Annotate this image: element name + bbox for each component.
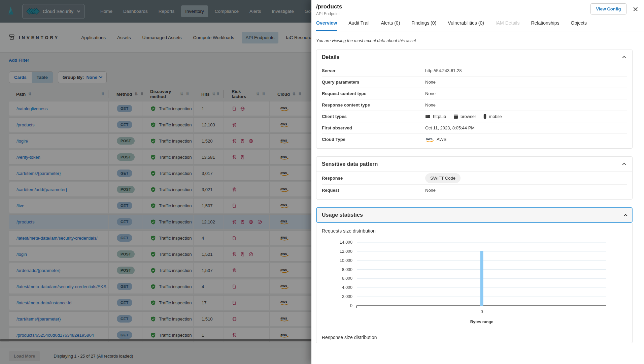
nav-item-dashboards[interactable]: Dashboards	[119, 5, 152, 17]
fingerprint-icon[interactable]	[232, 333, 237, 338]
drag-handle-icon[interactable]: ⠿	[101, 92, 104, 96]
drag-handle-icon[interactable]: ⠿	[216, 92, 219, 96]
fingerprint-icon[interactable]	[232, 268, 237, 273]
tab-objects[interactable]: Objects	[571, 20, 587, 31]
sensitive-data-icon[interactable]	[240, 252, 245, 257]
close-icon[interactable]: ×	[633, 5, 639, 13]
fingerprint-icon[interactable]	[232, 139, 237, 144]
path-link[interactable]: /order/add/{parameter}	[16, 268, 61, 273]
fingerprint-icon[interactable]	[232, 252, 237, 257]
sensitive-data-icon[interactable]	[240, 155, 245, 160]
shield-check-icon	[150, 138, 156, 144]
nav-item-alerts[interactable]: Alerts	[245, 5, 265, 17]
sensitive-data-icon[interactable]	[232, 300, 236, 305]
cloud-cell: aws	[270, 118, 307, 132]
sensitive-card-header[interactable]: Sensitive data pattern	[316, 157, 632, 172]
discovery-label: Traffic inspection	[159, 122, 192, 127]
path-link[interactable]: /cart/item/add/{parameter}	[16, 187, 67, 192]
group-by-dropdown[interactable]: Group By: None	[58, 71, 107, 83]
load-more-button[interactable]: Load More	[9, 351, 40, 361]
client-type-browser: browser	[453, 114, 476, 119]
tab-findings-0[interactable]: Findings (0)	[411, 20, 436, 31]
path-link[interactable]: /login	[16, 252, 27, 257]
tab-relationships[interactable]: Relationships	[531, 20, 559, 31]
inventory-tab-assets[interactable]: Assets	[113, 32, 135, 43]
internet-facing-icon[interactable]	[248, 139, 253, 144]
column-header-method[interactable]: Method⇅⠿	[108, 90, 142, 98]
scrollbar-thumb[interactable]	[0, 339, 340, 341]
sort-icon[interactable]: ⇅	[256, 92, 259, 96]
sort-icon[interactable]: ⇅	[180, 92, 183, 96]
fingerprint-icon[interactable]	[232, 122, 237, 127]
path-link[interactable]: /cart/items/{parameter}	[16, 316, 61, 322]
detail-row-cloud-type: Cloud TypeawsAWS	[322, 134, 627, 145]
column-header-cloud[interactable]: Cloud⇅⠿	[269, 90, 307, 98]
sensitive-data-icon[interactable]	[232, 236, 236, 241]
method-badge: GET	[117, 331, 132, 339]
tab-overview[interactable]: Overview	[316, 20, 337, 31]
details-card-header[interactable]: Details	[316, 50, 632, 65]
sort-icon[interactable]: ⇅	[292, 92, 296, 96]
nav-item-compliance[interactable]: Compliance	[211, 5, 243, 17]
inventory-tab-applications[interactable]: Applications	[77, 32, 110, 43]
column-header-hits[interactable]: Hits⇅⠿	[193, 90, 224, 98]
aws-logo-icon: aws	[280, 122, 289, 128]
blocked-icon[interactable]	[257, 219, 262, 224]
sort-icon[interactable]: ⇅	[212, 92, 215, 96]
column-header-discovery-method[interactable]: Discovery method⇅⠿	[142, 90, 193, 98]
shield-check-icon	[150, 235, 156, 241]
drag-handle-icon[interactable]: ⠿	[262, 92, 265, 96]
drag-handle-icon[interactable]: ⠿	[298, 92, 301, 96]
path-link[interactable]: /products/65254c0d0d1763482e195804	[16, 333, 94, 338]
sort-icon[interactable]: ⇅	[28, 92, 31, 96]
add-filter-button[interactable]: Add Filter	[9, 58, 29, 63]
path-link[interactable]: /latest/meta-data/instance-id	[16, 300, 71, 305]
fingerprint-icon[interactable]	[232, 187, 237, 192]
request-size-bar[interactable]	[480, 251, 483, 306]
risk-factors-cell	[224, 182, 270, 196]
tab-audit-trail[interactable]: Audit Trail	[348, 20, 369, 31]
fingerprint-icon[interactable]	[232, 155, 237, 160]
horizontal-scrollbar[interactable]	[0, 339, 311, 342]
inventory-tab-unmanaged-assets[interactable]: Unmanaged Assets	[138, 32, 185, 43]
internet-facing-icon[interactable]	[240, 106, 245, 111]
path-link[interactable]: /latest/meta-data/iam/security-credentia…	[16, 284, 109, 289]
view-table-button[interactable]: Table	[32, 72, 53, 83]
path-link[interactable]: /products	[16, 122, 34, 127]
sort-icon[interactable]: ⇅	[134, 92, 138, 96]
path-link[interactable]: /verify-token	[16, 155, 40, 160]
internet-facing-icon[interactable]	[232, 316, 237, 322]
view-config-button[interactable]: View Config	[590, 3, 626, 14]
tab-alerts-0[interactable]: Alerts (0)	[381, 20, 400, 31]
sensitive-data-icon[interactable]	[240, 219, 245, 224]
nav-item-reports[interactable]: Reports	[155, 5, 178, 17]
column-header-path[interactable]: Path⇅⠿	[9, 90, 108, 98]
sensitive-data-icon[interactable]	[232, 284, 236, 289]
path-link[interactable]: /products	[16, 219, 34, 224]
nav-item-investigate[interactable]: Investigate	[268, 5, 298, 17]
path-link[interactable]: /login/	[16, 139, 28, 144]
path-link[interactable]: /cart/items/{parameter}	[16, 171, 61, 176]
inventory-tab-api-endpoints[interactable]: API Endpoints	[242, 32, 279, 43]
sensitive-data-icon[interactable]	[240, 139, 245, 144]
sensitive-data-icon[interactable]	[232, 203, 236, 208]
nav-item-inventory[interactable]: Inventory	[181, 5, 208, 17]
product-switcher[interactable]: Cloud Security	[22, 4, 85, 19]
usage-statistics-header[interactable]: Usage statistics	[316, 207, 633, 223]
aws-logo-icon: aws	[280, 300, 289, 306]
view-cards-button[interactable]: Cards	[9, 72, 32, 83]
tab-vulnerabilities-0[interactable]: Vulnerabilities (0)	[448, 20, 484, 31]
path-link[interactable]: /live	[16, 203, 24, 208]
fingerprint-icon[interactable]	[232, 219, 237, 224]
internet-facing-icon[interactable]	[248, 219, 253, 224]
drag-handle-icon[interactable]: ⠿	[186, 92, 189, 96]
path-link[interactable]: /catalogliveness	[16, 106, 48, 111]
column-header-risk-factors[interactable]: Risk factors⇅⠿	[224, 90, 269, 98]
path-link[interactable]: /latest/meta-data/iam/security-credentia…	[16, 236, 98, 241]
blocked-icon[interactable]	[248, 252, 253, 257]
nav-item-home[interactable]: Home	[96, 5, 116, 17]
sensitive-data-icon[interactable]	[232, 106, 236, 111]
sensitive-row-response: ResponseSWIFT Code	[322, 172, 627, 185]
method-cell: POST	[109, 247, 142, 261]
inventory-tab-compute-workloads[interactable]: Compute Workloads	[189, 32, 238, 43]
